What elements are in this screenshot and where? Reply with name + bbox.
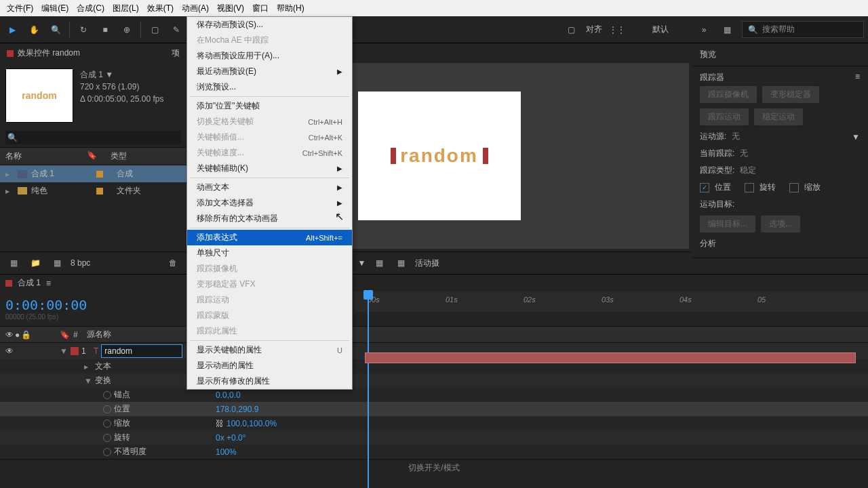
prop-scale[interactable]: 缩放 ⛓100.0,100.0% [0,416,868,430]
playhead[interactable] [368,291,369,488]
more-icon[interactable]: » [696,22,712,38]
project-list: ▸ 合成 1 合成 ▸ 纯色 文件夹 [0,165,186,251]
menu-item[interactable]: 添加"位置"关键帧 [187,98,352,114]
analyze-label: 分析 [700,238,716,249]
stabilize-motion-button[interactable]: 稳定运动 [754,108,803,125]
pen-tool-icon[interactable]: ✎ [168,22,184,38]
project-item-comp[interactable]: ▸ 合成 1 合成 [0,165,186,182]
prop-position[interactable]: 位置 178.0,290.9 [0,402,868,416]
project-search-input[interactable] [5,131,181,144]
scale-checkbox[interactable] [789,183,799,192]
menu-item[interactable]: 最近动画预设(E)▶ [187,64,352,79]
motion-source-label: 运动源: [700,131,726,142]
project-item-folder[interactable]: ▸ 纯色 文件夹 [0,182,186,199]
menubar: 文件(F) 编辑(E) 合成(C) 图层(L) 效果(T) 动画(A) 视图(V… [0,0,868,16]
panel-menu-icon[interactable]: ≡ [855,72,860,83]
menu-item[interactable]: 关键帧辅助(K)▶ [187,161,352,176]
menu-item: 关键帧插值...Ctrl+Alt+K [187,129,352,145]
menu-item[interactable]: 显示动画的属性 [187,358,352,373]
time-ruler[interactable]: 00s 01s 02s 03s 04s 05 [354,291,868,312]
menu-item[interactable]: 移除所有的文本动画器 [187,211,352,226]
menu-item: 跟踪运动 [187,292,352,308]
new-comp-icon[interactable]: ▦ [49,255,65,271]
tracker-panel-title: 跟踪器 [700,72,724,83]
prop-opacity[interactable]: 不透明度 100% [0,445,868,459]
new-folder-icon[interactable]: 📁 [27,255,43,271]
rotate-tool-icon[interactable]: ↻ [75,22,92,38]
workspace-label[interactable]: 默认 [652,24,669,35]
layer-duration-bar[interactable] [365,352,856,363]
layer-twirl[interactable]: ▼ [60,346,68,356]
region-icon[interactable]: ▦ [372,255,388,271]
align-label: 对齐 [586,24,602,35]
menu-effect[interactable]: 效果(T) [143,3,178,14]
menu-item[interactable]: 单独尺寸 [187,245,352,261]
menu-item: 变形稳定器 VFX [187,277,352,292]
stopwatch-icon[interactable] [103,434,111,442]
motion-source-dropdown[interactable]: 无 [732,131,740,142]
menu-edit[interactable]: 编辑(E) [37,3,73,14]
stopwatch-icon[interactable] [103,405,111,413]
track-motion-button[interactable]: 跟踪运动 [700,108,749,125]
rotation-checkbox[interactable] [745,183,754,192]
menu-layer[interactable]: 图层(L) [108,3,143,14]
menu-help[interactable]: 帮助(H) [273,3,309,14]
stopwatch-icon[interactable] [103,391,111,399]
view-dropdown[interactable]: 活动摄 [415,258,439,269]
edit-target-button[interactable]: 编辑目标... [700,216,755,232]
menu-item[interactable]: 保存动画预设(S)... [187,17,352,33]
stopwatch-icon[interactable] [103,420,111,428]
zoom-tool-icon[interactable]: 🔍 [47,22,64,38]
prop-rotation[interactable]: 旋转 0x +0.0° [0,430,868,445]
comp-thumbnail: random [5,68,73,123]
menu-item[interactable]: 显示关键帧的属性U [187,342,352,358]
toggle-switches-button[interactable]: 切换开关/模式 [408,462,459,474]
visibility-toggle[interactable]: 👁 [5,346,57,356]
selection-tool-icon[interactable]: ▶ [4,22,20,38]
prop-transform[interactable]: ▼变换 重置 [0,373,868,388]
menu-view[interactable]: 视图(V) [213,3,248,14]
menu-item[interactable]: 将动画预设应用于(A)... [187,48,352,64]
animation-dropdown-menu: 保存动画预设(S)...在Mocha AE 中跟踪将动画预设应用于(A)...最… [186,16,353,390]
current-timecode[interactable]: 0:00:00:00 [5,297,205,313]
search-help-input[interactable]: 🔍 搜索帮助 [742,21,864,38]
effects-panel-tab[interactable]: 效果控件 random 项 [0,43,186,63]
shape-tool-icon[interactable]: ▢ [146,22,163,38]
position-checkbox[interactable] [700,183,709,192]
menu-item[interactable]: 显示所有修改的属性 [187,373,352,389]
project-columns: 名称 🔖 类型 [0,147,186,165]
prop-anchor[interactable]: 锚点 0.0,0.0 [0,388,868,402]
source-name-column: 源名称 [87,329,195,340]
motion-target-label: 运动目标: [700,199,734,210]
interpret-icon[interactable]: ▦ [5,255,22,271]
menu-item[interactable]: 添加表达式Alt+Shift+= [187,230,352,245]
menu-comp[interactable]: 合成(C) [73,3,108,14]
layer-row-1[interactable]: 👁 ▼ 1 T ⊕ ※ ／ ◎ 无 ▼ [0,343,868,359]
warp-stabilizer-button[interactable]: 变形稳定器 [762,86,819,103]
menu-item: 切换定格关键帧Ctrl+Alt+H [187,114,352,129]
timeline-tab[interactable]: 合成 1 [18,277,41,289]
options-button[interactable]: 选项... [761,216,800,232]
menu-item: 跟踪蒙版 [187,308,352,323]
anchor-tool-icon[interactable]: ⊕ [119,22,135,38]
layer-name-input[interactable] [101,344,182,358]
menu-window[interactable]: 窗口 [248,3,273,14]
menu-item: 关键帧速度...Ctrl+Shift+K [187,145,352,161]
menu-item[interactable]: 浏览预设... [187,79,352,95]
transparency-icon[interactable]: ▦ [393,255,410,271]
menu-animation[interactable]: 动画(A) [178,3,213,14]
menu-file[interactable]: 文件(F) [3,3,37,14]
stopwatch-icon[interactable] [103,448,111,456]
track-camera-button[interactable]: 跟踪摄像机 [700,86,757,103]
menu-item[interactable]: 添加文本选择器▶ [187,195,352,211]
hand-tool-icon[interactable]: ✋ [26,22,42,38]
panel-icon[interactable]: ▦ [719,22,735,38]
camera-tool-icon[interactable]: ■ [97,22,113,38]
bpc-label[interactable]: 8 bpc [71,258,90,268]
canvas-text: random [400,145,478,167]
menu-item[interactable]: 动画文本▶ [187,180,352,195]
snap-icon[interactable]: ⋮⋮ [609,22,625,38]
preview-panel: 预览 [692,43,868,66]
align-icon[interactable]: ▢ [563,22,579,38]
trash-icon[interactable]: 🗑 [165,255,181,271]
